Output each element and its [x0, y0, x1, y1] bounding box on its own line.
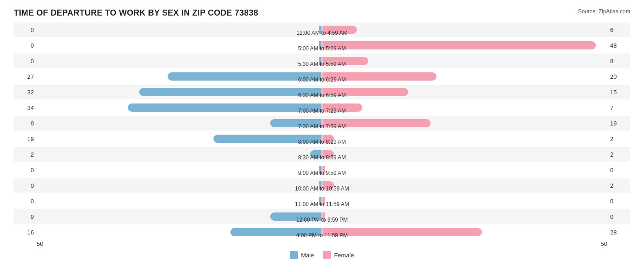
bars-center: 8:30 AM to 8:59 AM	[37, 149, 607, 159]
female-bar-container	[322, 196, 607, 206]
female-swatch	[323, 251, 331, 259]
chart-row: 27 6:00 AM to 6:29 AM 20	[14, 69, 630, 84]
female-bar	[322, 197, 325, 205]
chart-container: TIME OF DEPARTURE TO WORK BY SEX IN ZIP …	[0, 0, 644, 272]
axis-right: 50	[601, 240, 607, 247]
left-value: 0	[14, 198, 37, 205]
bars-wrapper: 5:00 AM to 5:29 AM	[37, 38, 607, 53]
left-value: 0	[14, 182, 37, 189]
male-bar-container	[37, 212, 322, 222]
female-bar	[322, 41, 596, 49]
chart-row: 16 4:00 PM to 11:59 PM 28	[14, 225, 630, 239]
female-bar-container	[322, 134, 607, 144]
bars-wrapper: 12:00 PM to 3:59 PM	[37, 209, 607, 224]
right-value: 2	[607, 136, 630, 142]
male-bar	[213, 135, 322, 143]
right-value: 28	[607, 229, 630, 236]
chart-row: 0 10:00 AM to 10:59 AM 2	[14, 178, 630, 193]
legend-male: Male	[290, 251, 314, 259]
left-value: 0	[14, 167, 37, 174]
bars-wrapper: 8:00 AM to 8:29 AM	[37, 131, 607, 146]
bars-center: 11:00 AM to 11:59 AM	[37, 196, 607, 206]
female-bar	[322, 150, 334, 158]
male-bar-container	[37, 149, 322, 159]
right-value: 48	[607, 42, 630, 49]
male-bar-container	[37, 71, 322, 82]
female-bar	[322, 103, 362, 112]
male-bar-container	[37, 196, 322, 206]
left-value: 16	[14, 229, 37, 236]
bars-wrapper: 7:30 AM to 7:59 AM	[37, 116, 607, 131]
male-swatch	[290, 251, 298, 259]
female-bar-container	[322, 71, 607, 82]
female-bar	[322, 181, 334, 190]
female-bar	[322, 228, 482, 236]
male-bar	[139, 88, 322, 96]
male-bar	[319, 181, 322, 190]
bars-wrapper: 6:00 AM to 6:29 AM	[37, 69, 607, 84]
chart-row: 0 12:00 AM to 4:59 AM 6	[14, 22, 630, 37]
bars-wrapper: 8:30 AM to 8:59 AM	[37, 147, 607, 162]
male-bar	[319, 57, 322, 65]
right-value: 19	[607, 120, 630, 127]
chart-row: 32 6:30 AM to 6:59 AM 15	[14, 85, 630, 99]
female-bar-container	[322, 212, 607, 222]
male-bar-container	[37, 180, 322, 190]
male-bar	[230, 228, 322, 236]
female-bar-container	[322, 103, 607, 113]
chart-row: 0 5:30 AM to 5:59 AM 8	[14, 54, 630, 68]
right-value: 7	[607, 104, 630, 111]
right-value: 2	[607, 182, 630, 189]
source-text: Source: ZipAtlas.com	[578, 8, 630, 15]
bars-center: 12:00 AM to 4:59 AM	[37, 25, 607, 35]
male-bar-container	[37, 87, 322, 97]
female-bar-container	[322, 165, 607, 175]
male-bar	[128, 103, 322, 112]
bars-center: 4:00 PM to 11:59 PM	[37, 227, 607, 237]
left-value: 27	[14, 73, 37, 80]
chart-row: 9 7:30 AM to 7:59 AM 19	[14, 116, 630, 131]
female-bar	[322, 135, 334, 143]
axis-labels: 50 50	[14, 240, 630, 247]
bars-wrapper: 10:00 AM to 10:59 AM	[37, 178, 607, 193]
female-bar	[322, 166, 325, 174]
chart-title: TIME OF DEPARTURE TO WORK BY SEX IN ZIP …	[14, 8, 258, 18]
male-bar	[319, 41, 322, 49]
bars-center: 8:00 AM to 8:29 AM	[37, 134, 607, 144]
left-value: 9	[14, 120, 37, 127]
bars-center: 7:30 AM to 7:59 AM	[37, 118, 607, 128]
male-bar	[319, 26, 322, 34]
male-bar-container	[37, 25, 322, 35]
male-bar-container	[37, 227, 322, 237]
legend-row: Male Female	[14, 251, 630, 259]
female-bar-container	[322, 118, 607, 128]
title-row: TIME OF DEPARTURE TO WORK BY SEX IN ZIP …	[14, 8, 630, 18]
right-value: 20	[607, 73, 630, 80]
left-value: 0	[14, 42, 37, 49]
male-bar-container	[37, 103, 322, 113]
bars-wrapper: 4:00 PM to 11:59 PM	[37, 225, 607, 239]
female-bar	[322, 88, 408, 96]
chart-row: 0 11:00 AM to 11:59 AM 0	[14, 194, 630, 208]
male-bar	[270, 212, 322, 221]
bars-center: 5:00 AM to 5:29 AM	[37, 40, 607, 50]
chart-row: 34 7:00 AM to 7:29 AM 7	[14, 100, 630, 115]
axis-left: 50	[37, 240, 43, 247]
right-value: 8	[607, 58, 630, 65]
legend-female: Female	[323, 251, 354, 259]
bars-wrapper: 9:00 AM to 9:59 AM	[37, 163, 607, 177]
female-bar-container	[322, 25, 607, 35]
right-value: 15	[607, 89, 630, 96]
left-value: 19	[14, 136, 37, 142]
male-bar-container	[37, 118, 322, 128]
female-bar	[322, 212, 325, 221]
left-value: 0	[14, 58, 37, 65]
male-bar-container	[37, 56, 322, 66]
male-bar	[319, 166, 322, 174]
left-value: 9	[14, 213, 37, 220]
bars-center: 10:00 AM to 10:59 AM	[37, 180, 607, 190]
male-bar-container	[37, 165, 322, 175]
female-bar-container	[322, 56, 607, 66]
female-bar	[322, 119, 431, 127]
male-bar	[310, 150, 322, 158]
